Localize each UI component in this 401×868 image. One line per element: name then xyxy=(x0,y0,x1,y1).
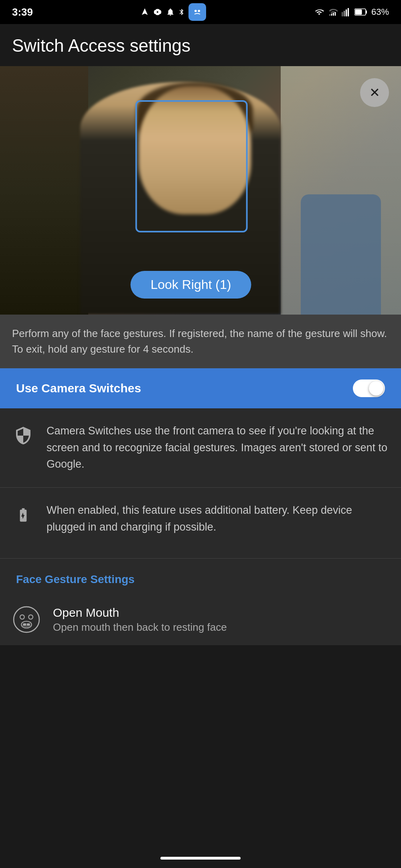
status-time: 3:39 xyxy=(12,6,33,18)
svg-point-16 xyxy=(28,615,33,619)
battery-bolt-icon xyxy=(15,505,31,525)
open-mouth-icon-container xyxy=(12,605,41,634)
bg-chair xyxy=(301,194,381,315)
page-title: Switch Access settings xyxy=(12,35,389,57)
svg-rect-20 xyxy=(27,624,30,626)
use-camera-switches-row[interactable]: Use Camera Switches xyxy=(0,368,401,408)
camera-section: ✕ Look Right (1) Perform any of the face… xyxy=(0,66,401,368)
svg-rect-0 xyxy=(192,6,203,18)
open-mouth-gesture-row[interactable]: Open Mouth Open mouth then back to resti… xyxy=(0,594,401,645)
navigation-icon xyxy=(140,8,149,16)
open-mouth-title: Open Mouth xyxy=(53,606,389,620)
face-gesture-header: Face Gesture Settings xyxy=(0,559,401,594)
app-status-icon xyxy=(188,3,206,21)
open-mouth-subtitle: Open mouth then back to resting face xyxy=(53,621,389,634)
use-camera-toggle[interactable] xyxy=(353,379,385,397)
battery-info-row: When enabled, this feature uses addition… xyxy=(0,488,401,550)
open-mouth-content: Open Mouth Open mouth then back to resti… xyxy=(53,606,389,634)
notification-icon xyxy=(166,8,175,16)
status-bar: 3:39 xyxy=(0,0,401,24)
gesture-label: Look Right (1) xyxy=(150,277,231,292)
close-button[interactable]: ✕ xyxy=(360,78,389,107)
svg-rect-13 xyxy=(366,10,367,14)
shield-info-row: Camera Switches use the front camera to … xyxy=(0,408,401,488)
wifi-icon xyxy=(314,8,325,16)
close-icon: ✕ xyxy=(369,86,380,99)
svg-rect-8 xyxy=(344,11,345,16)
use-camera-label: Use Camera Switches xyxy=(16,382,141,395)
bottom-nav xyxy=(0,848,401,868)
gesture-badge: Look Right (1) xyxy=(130,271,251,299)
svg-rect-9 xyxy=(346,9,347,16)
svg-point-2 xyxy=(198,10,200,12)
shield-icon xyxy=(14,426,33,445)
signal-icon-2 xyxy=(342,8,350,16)
status-right-icons: 63% xyxy=(314,7,389,17)
status-icons xyxy=(140,3,206,21)
face-gesture-section: Face Gesture Settings Open Mouth Open mo… xyxy=(0,559,401,645)
shield-icon-container xyxy=(12,424,34,447)
svg-rect-3 xyxy=(335,12,336,16)
youtube-icon xyxy=(152,8,163,16)
battery-info-icon-container xyxy=(12,504,34,526)
bg-shelf xyxy=(0,66,88,315)
svg-rect-5 xyxy=(331,14,332,16)
camera-preview: ✕ Look Right (1) xyxy=(0,66,401,315)
svg-rect-7 xyxy=(342,12,343,16)
svg-rect-19 xyxy=(23,624,26,626)
bluetooth-icon xyxy=(178,8,185,16)
svg-rect-10 xyxy=(348,8,349,16)
toggle-knob xyxy=(369,381,383,396)
face-detection-box xyxy=(136,100,248,232)
svg-rect-4 xyxy=(333,13,334,16)
svg-rect-12 xyxy=(355,10,362,15)
battery-icon xyxy=(354,8,367,16)
face-gesture-section-label: Face Gesture Settings xyxy=(16,573,135,585)
battery-percent: 63% xyxy=(371,7,389,17)
page-header: Switch Access settings xyxy=(0,24,401,66)
camera-info-text: Perform any of the face gestures. If reg… xyxy=(12,326,389,357)
open-mouth-icon xyxy=(13,606,40,633)
home-indicator xyxy=(160,857,241,860)
battery-info-text: When enabled, this feature uses addition… xyxy=(47,502,389,536)
camera-info-box: Perform any of the face gestures. If reg… xyxy=(0,315,401,368)
shield-info-text: Camera Switches use the front camera to … xyxy=(47,423,389,473)
info-section: Camera Switches use the front camera to … xyxy=(0,408,401,558)
svg-point-1 xyxy=(194,10,197,12)
svg-rect-6 xyxy=(329,14,330,16)
svg-point-15 xyxy=(20,615,24,619)
signal-icon-1 xyxy=(329,8,338,16)
